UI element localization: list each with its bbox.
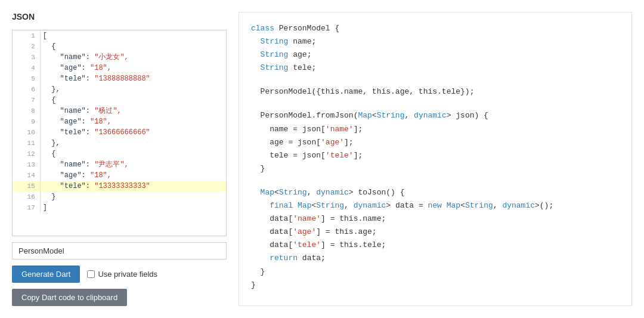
keyword-span: dynamic xyxy=(414,111,447,120)
copy-button-row: Copy Dart code to clipboard xyxy=(12,289,227,306)
code-line: data['tele'] = this.tele; xyxy=(251,239,620,252)
input-row xyxy=(12,242,227,260)
code-line: data['age'] = this.age; xyxy=(251,226,620,239)
json-value: "杨过", xyxy=(90,107,122,115)
json-line: 7 { xyxy=(13,95,226,106)
code-line: class PersonModel { xyxy=(251,22,620,35)
code-line: } xyxy=(251,162,620,175)
line-number: 6 xyxy=(13,84,40,95)
keyword-span: Map xyxy=(298,201,311,210)
line-content: { xyxy=(40,149,226,159)
json-key: "age" xyxy=(43,171,82,180)
string-span: 'name' xyxy=(326,125,354,134)
code-line: String age; xyxy=(251,48,620,61)
line-content: "tele": "13666666666" xyxy=(40,127,226,138)
line-content: { xyxy=(40,41,226,52)
code-line: String tele; xyxy=(251,61,620,75)
line-number: 3 xyxy=(13,52,40,63)
line-number: 13 xyxy=(13,159,40,170)
json-line: 16 } xyxy=(13,192,226,202)
json-line: 12 { xyxy=(13,149,226,159)
keyword-span: String xyxy=(316,201,344,210)
json-value: "小龙女", xyxy=(90,53,129,61)
keyword-span: String xyxy=(279,188,307,197)
line-number: 9 xyxy=(13,116,40,127)
code-line: age = json['age']; xyxy=(251,136,620,149)
keyword-span: String xyxy=(261,63,289,72)
string-span: 'tele' xyxy=(326,151,354,160)
string-span: 'tele' xyxy=(293,240,321,249)
keyword-span: Map xyxy=(358,111,371,120)
code-line: } xyxy=(251,279,620,292)
keyword-span: dynamic xyxy=(354,201,386,210)
line-number: 7 xyxy=(13,95,40,106)
code-line: PersonModel.fromJson(Map<String, dynamic… xyxy=(251,109,620,122)
line-number: 15 xyxy=(13,181,40,192)
right-panel: class PersonModel { String name; String … xyxy=(239,12,632,306)
code-line xyxy=(251,98,620,109)
json-key: "age" xyxy=(43,64,82,72)
keyword-span: dynamic xyxy=(316,188,349,197)
class-name-input[interactable] xyxy=(12,242,227,260)
code-line xyxy=(251,175,620,186)
line-content: "age": "18", xyxy=(40,116,226,127)
json-value: "尹志平", xyxy=(90,160,129,169)
json-line: 4 "age": "18", xyxy=(13,63,226,73)
generate-dart-button[interactable]: Generate Dart xyxy=(12,265,80,283)
line-content: ] xyxy=(40,202,226,213)
json-line: 5 "tele": "13888888888" xyxy=(13,73,226,84)
use-private-fields-checkbox[interactable] xyxy=(87,270,95,278)
keyword-span: return xyxy=(270,254,298,263)
line-content: { xyxy=(40,95,226,106)
line-content: "tele": "13888888888" xyxy=(40,73,226,84)
json-line: 17] xyxy=(13,202,226,213)
line-content: "tele": "13333333333" xyxy=(40,181,226,192)
json-line: 6 }, xyxy=(13,84,226,95)
line-number: 8 xyxy=(13,106,40,116)
line-number: 11 xyxy=(13,138,40,149)
json-line: 11 }, xyxy=(13,138,226,149)
keyword-span: String xyxy=(261,37,289,46)
line-number: 16 xyxy=(13,192,40,202)
json-key: "name" xyxy=(43,160,86,169)
json-value: "13888888888" xyxy=(90,75,150,83)
use-private-fields-text: Use private fields xyxy=(98,270,157,279)
use-private-fields-label[interactable]: Use private fields xyxy=(87,270,157,279)
keyword-span: dynamic xyxy=(502,201,535,210)
string-span: 'age' xyxy=(321,138,344,147)
left-panel: JSON 1[2 {3 "name": "小龙女",4 "age": "18",… xyxy=(12,12,227,306)
keyword-span: String xyxy=(261,50,289,59)
code-line: final Map<String, dynamic> data = new Ma… xyxy=(251,199,620,212)
line-content: }, xyxy=(40,138,226,149)
code-line: data['name'] = this.name; xyxy=(251,212,620,226)
copy-dart-button[interactable]: Copy Dart code to clipboard xyxy=(12,289,127,306)
code-line: name = json['name']; xyxy=(251,123,620,136)
json-line: 14 "age": "18", xyxy=(13,170,226,181)
json-line: 2 { xyxy=(13,41,226,52)
keyword-span: Map xyxy=(261,188,274,197)
json-value: "13666666666" xyxy=(90,128,150,137)
line-content: } xyxy=(40,192,226,202)
keyword-span: class xyxy=(251,24,274,33)
line-number: 10 xyxy=(13,127,40,138)
line-number: 12 xyxy=(13,149,40,159)
json-line: 9 "age": "18", xyxy=(13,116,226,127)
keyword-span: String xyxy=(465,201,493,210)
keyword-span: Map xyxy=(447,201,460,210)
line-number: 14 xyxy=(13,170,40,181)
json-value: "13333333333" xyxy=(90,182,150,190)
line-content: "name": "小龙女", xyxy=(40,52,226,63)
json-value: "18", xyxy=(86,171,112,180)
keyword-span: final xyxy=(270,201,293,210)
json-line: 1[ xyxy=(13,30,226,41)
json-key: "tele" xyxy=(43,182,86,190)
line-number: 17 xyxy=(13,202,40,213)
line-content: "age": "18", xyxy=(40,170,226,181)
code-line: Map<String, dynamic> toJson() { xyxy=(251,186,620,199)
line-content: }, xyxy=(40,84,226,95)
code-line: } xyxy=(251,265,620,279)
line-number: 5 xyxy=(13,73,40,84)
keyword-span: String xyxy=(377,111,405,120)
string-span: 'name' xyxy=(293,214,321,223)
code-line: tele = json['tele']; xyxy=(251,149,620,162)
